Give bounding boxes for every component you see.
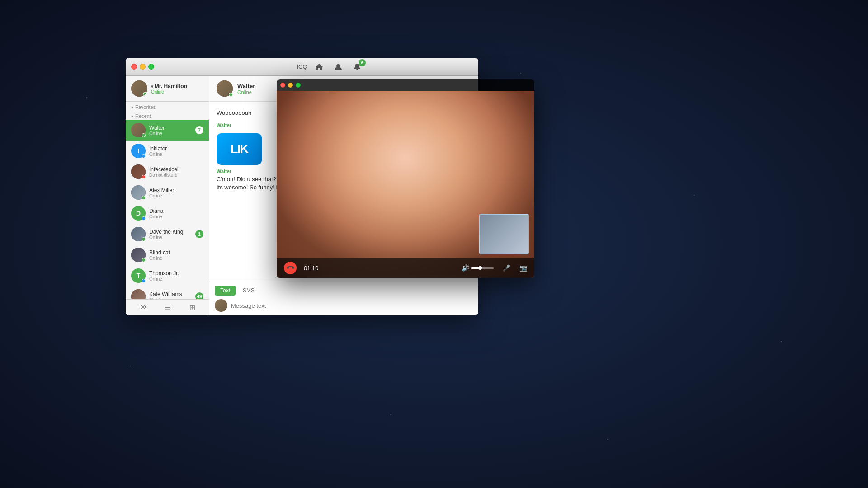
contacts-list: Favorites Recent Walter Online 7: [126, 102, 209, 299]
mic-icon[interactable]: 🎤: [503, 264, 510, 272]
profile-info: ▾ Mr. Hamilton Online: [151, 83, 203, 94]
video-title-bar: [277, 79, 534, 91]
profile-avatar: [131, 80, 147, 97]
contact-info-blindcat: Blind cat Online: [149, 249, 203, 261]
chat-contact-name: Walter: [237, 83, 255, 89]
close-button[interactable]: [131, 64, 137, 70]
volume-dot: [478, 266, 482, 270]
contact-badge-kate: 49: [195, 292, 203, 299]
volume-slider[interactable]: [471, 267, 494, 269]
contact-status-thomson: Online: [149, 277, 203, 282]
recent-header: Recent: [126, 111, 209, 120]
video-main: 📞 01:10 🔊 🎤 📷: [277, 91, 534, 278]
camera-icon[interactable]: 📷: [519, 264, 527, 272]
contact-avatar-walter: [131, 123, 146, 137]
contact-avatar-diana: D: [131, 206, 146, 221]
contact-status-blindcat: Online: [149, 256, 203, 261]
notifications-badge: 6: [359, 59, 366, 66]
contact-status-walter: Online: [149, 131, 195, 136]
like-sticker: LIK: [217, 133, 262, 165]
contact-status-davethaking: Online: [149, 235, 195, 240]
status-indicator-diana: [142, 216, 146, 221]
end-call-button[interactable]: 📞: [284, 262, 297, 274]
chat-input-area: Text SMS: [209, 282, 478, 315]
contacts-icon[interactable]: [333, 62, 343, 72]
self-video-thumbnail: [479, 214, 529, 254]
video-maximize-button[interactable]: [296, 83, 301, 88]
status-indicator-infectedcell: [142, 175, 146, 179]
grid-icon[interactable]: ⊞: [189, 303, 195, 312]
profile-header: ▾ Mr. Hamilton Online: [126, 76, 209, 102]
volume-control: 🔊: [462, 264, 494, 272]
contact-item-diana[interactable]: D Diana Online: [126, 203, 209, 224]
chat-tabs: Text SMS: [215, 286, 473, 296]
contact-item-infectedcell[interactable]: Infecetedcell Do not disturb: [126, 161, 209, 182]
contact-item-davethaking[interactable]: Dave the King Online 1: [126, 224, 209, 244]
like-sticker-text: LIK: [230, 142, 248, 156]
contact-name-thomson: Thomson Jr.: [149, 270, 203, 277]
tab-sms[interactable]: SMS: [237, 286, 260, 296]
contact-avatar-alexmiller: [131, 185, 146, 200]
contact-avatar-infectedcell: [131, 164, 146, 179]
contact-info-initiator: Initiator Online: [149, 145, 203, 157]
contact-item-alexmiller[interactable]: Alex Miller Online: [126, 182, 209, 203]
chat-input-row: [215, 299, 473, 312]
contact-info-kate: Kate Williams Mobile: [149, 291, 195, 300]
title-bar: ICQ: [126, 58, 478, 76]
home-icon[interactable]: [314, 62, 324, 72]
contact-avatar-blindcat: [131, 248, 146, 262]
chat-input-avatar: [215, 299, 227, 312]
contact-name-davethaking: Dave the King: [149, 229, 195, 235]
sidebar: ▾ Mr. Hamilton Online Favorites Recent: [126, 76, 209, 315]
chat-header-info: Walter Online: [237, 83, 255, 95]
contact-status-diana: Online: [149, 214, 203, 219]
contact-badge-walter: 7: [195, 126, 203, 134]
minimize-button[interactable]: [140, 64, 146, 70]
video-close-button[interactable]: [280, 83, 285, 88]
video-controls: 📞 01:10 🔊 🎤 📷: [277, 258, 534, 278]
volume-icon[interactable]: 🔊: [462, 264, 469, 272]
call-duration: 01:10: [304, 265, 319, 272]
contact-item-initiator[interactable]: I Initiator Online: [126, 141, 209, 161]
sidebar-footer: 👁 ☰ ⊞: [126, 299, 209, 315]
chat-header-avatar: [217, 80, 233, 97]
status-indicator-alexmiller: [142, 196, 146, 200]
contact-info-diana: Diana Online: [149, 208, 203, 219]
contact-avatar-davethaking: [131, 227, 146, 241]
maximize-button[interactable]: [148, 64, 154, 70]
status-indicator-walter: [142, 133, 146, 137]
tab-text[interactable]: Text: [215, 286, 236, 296]
status-indicator-initiator: [142, 154, 146, 158]
contact-name-alexmiller: Alex Miller: [149, 187, 203, 193]
contact-name-infectedcell: Infecetedcell: [149, 166, 203, 173]
contact-name-walter: Walter: [149, 125, 195, 131]
contact-name-diana: Diana: [149, 208, 203, 214]
view-icon[interactable]: 👁: [139, 304, 146, 312]
contact-info-infectedcell: Infecetedcell Do not disturb: [149, 166, 203, 178]
profile-status: Online: [151, 89, 203, 94]
contact-item-walter[interactable]: Walter Online 7: [126, 120, 209, 141]
contact-name-blindcat: Blind cat: [149, 249, 203, 256]
chat-contact-status: Online: [237, 89, 255, 95]
contact-item-kate[interactable]: Kate Williams Mobile 49: [126, 286, 209, 299]
contact-info-davethaking: Dave the King Online: [149, 229, 195, 240]
status-indicator-davethaking: [142, 237, 146, 241]
contact-name-initiator: Initiator: [149, 145, 203, 152]
contact-status-alexmiller: Online: [149, 193, 203, 198]
video-minimize-button[interactable]: [288, 83, 293, 88]
contact-item-blindcat[interactable]: Blind cat Online: [126, 244, 209, 265]
contact-info-thomson: Thomson Jr. Online: [149, 270, 203, 282]
video-call-window: 📞 01:10 🔊 🎤 📷: [277, 79, 534, 278]
status-indicator-thomson: [142, 279, 146, 283]
contact-info-alexmiller: Alex Miller Online: [149, 187, 203, 198]
message-input[interactable]: [231, 302, 473, 309]
contact-status-initiator: Online: [149, 152, 203, 157]
window-controls: [131, 64, 154, 70]
status-indicator-blindcat: [142, 258, 146, 262]
contact-status-kate: Mobile: [149, 297, 195, 300]
notifications-icon[interactable]: 6: [352, 62, 362, 72]
contact-item-thomson[interactable]: T Thomson Jr. Online: [126, 265, 209, 286]
contact-name-kate: Kate Williams: [149, 291, 195, 297]
list-icon[interactable]: ☰: [165, 303, 171, 312]
favorites-header: Favorites: [126, 102, 209, 111]
